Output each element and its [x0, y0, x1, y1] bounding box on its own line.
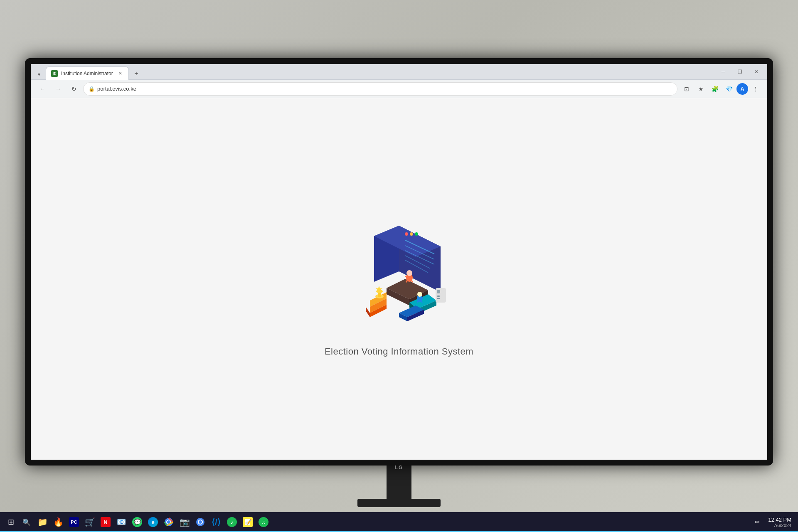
windows-taskbar: ⊞ 🔍 📁 🔥 PC 🛒 N 📧 💬 e 📷: [0, 512, 798, 532]
svg-point-47: [199, 520, 202, 524]
back-button[interactable]: ←: [36, 82, 49, 96]
taskbar-netflix[interactable]: N: [98, 515, 113, 530]
clock-date: 7/6/2024: [768, 523, 791, 528]
bookmark-button[interactable]: ★: [694, 82, 707, 96]
tab-title: Institution Administrator: [61, 71, 113, 76]
taskbar-ms-store[interactable]: 🛒: [82, 515, 97, 530]
taskbar-whatsapp[interactable]: 💬: [130, 515, 145, 530]
page-content: Election Voting Information System: [31, 98, 767, 460]
new-tab-button[interactable]: +: [131, 68, 142, 79]
taskbar-sticky-notes[interactable]: 📝: [240, 515, 255, 530]
taskbar-instagram[interactable]: 📷: [177, 515, 192, 530]
start-button[interactable]: ⊞: [3, 515, 18, 530]
hero-illustration: [332, 201, 466, 334]
tab-list: ▾ E Institution Administrator ✕ +: [34, 64, 716, 79]
extensions-button[interactable]: 🧩: [708, 82, 722, 96]
profile-button[interactable]: A: [736, 83, 748, 95]
lock-icon: 🔒: [89, 86, 95, 92]
refresh-button[interactable]: ↻: [67, 82, 81, 96]
forward-button[interactable]: →: [52, 82, 65, 96]
url-text: portal.evis.co.ke: [97, 86, 672, 92]
taskbar-firefox[interactable]: 🔥: [51, 515, 66, 530]
maximize-button[interactable]: ❐: [732, 66, 747, 78]
taskbar-jetbrains[interactable]: PC: [66, 515, 81, 530]
minimize-button[interactable]: ─: [716, 66, 731, 78]
menu-button[interactable]: ⋮: [749, 82, 762, 96]
taskbar-chrome2[interactable]: [193, 515, 208, 530]
monitor: ▾ E Institution Administrator ✕ + ─ ❐ ✕ …: [25, 58, 773, 466]
svg-rect-34: [436, 288, 446, 303]
clock-time: 12:42 PM: [768, 517, 791, 523]
tab-dropdown-button[interactable]: ▾: [34, 69, 44, 79]
taskbar-mail[interactable]: 📧: [114, 515, 129, 530]
browser-extension-button[interactable]: 💎: [722, 82, 736, 96]
page-title: Election Voting Information System: [325, 346, 473, 357]
window-controls: ─ ❐ ✕: [716, 66, 764, 78]
svg-point-9: [410, 232, 413, 236]
close-button[interactable]: ✕: [749, 66, 764, 78]
taskbar-spotify2[interactable]: ♫: [256, 515, 271, 530]
taskbar-file-explorer[interactable]: 📁: [35, 515, 50, 530]
tab-favicon: E: [51, 70, 58, 77]
taskbar-spotify[interactable]: ♪: [224, 515, 239, 530]
system-tray: ✏ 12:42 PM 7/6/2024: [751, 516, 795, 528]
address-bar[interactable]: 🔒 portal.evis.co.ke: [83, 82, 677, 96]
svg-point-10: [415, 232, 418, 236]
browser-toolbar: ← → ↻ 🔒 portal.evis.co.ke ⊡ ★ 🧩 💎 A ⋮: [31, 80, 767, 98]
svg-rect-37: [437, 298, 440, 299]
svg-marker-18: [366, 307, 370, 317]
browser-window: ▾ E Institution Administrator ✕ + ─ ❐ ✕ …: [31, 64, 767, 460]
toolbar-actions: ⊡ ★ 🧩 💎 A ⋮: [680, 82, 762, 96]
svg-rect-35: [437, 290, 440, 293]
monitor-brand: LG: [395, 465, 404, 470]
system-clock[interactable]: 12:42 PM 7/6/2024: [765, 517, 795, 528]
pen-icon[interactable]: ✏: [751, 516, 763, 528]
taskbar-edge[interactable]: e: [145, 515, 160, 530]
active-tab[interactable]: E Institution Administrator ✕: [46, 66, 129, 80]
browser-title-bar: ▾ E Institution Administrator ✕ + ─ ❐ ✕: [31, 64, 767, 80]
taskbar-vscode[interactable]: ⟨/⟩: [209, 515, 224, 530]
svg-point-31: [417, 292, 422, 297]
search-button[interactable]: 🔍: [19, 515, 34, 530]
svg-rect-36: [437, 296, 440, 297]
tab-close-button[interactable]: ✕: [117, 70, 123, 77]
svg-point-8: [405, 232, 408, 236]
screen-cast-button[interactable]: ⊡: [680, 82, 693, 96]
taskbar-chrome[interactable]: [161, 515, 176, 530]
